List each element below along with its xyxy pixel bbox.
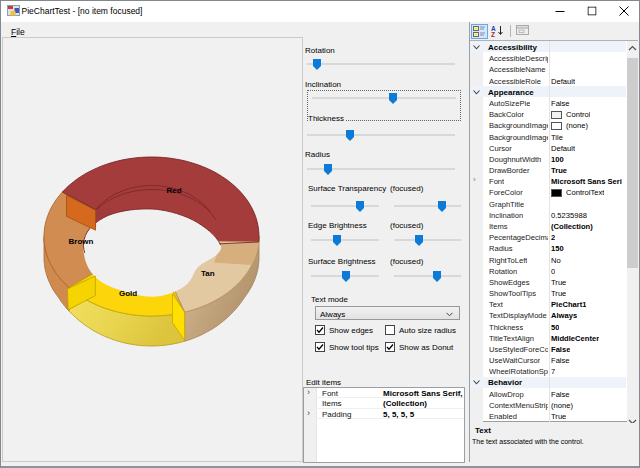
svg-text:Tan: Tan [201,269,215,278]
svg-text:Gold: Gold [119,289,137,298]
svg-text:Red: Red [167,186,182,195]
svg-text:Z: Z [491,31,495,38]
svg-text:Brown: Brown [69,237,94,246]
